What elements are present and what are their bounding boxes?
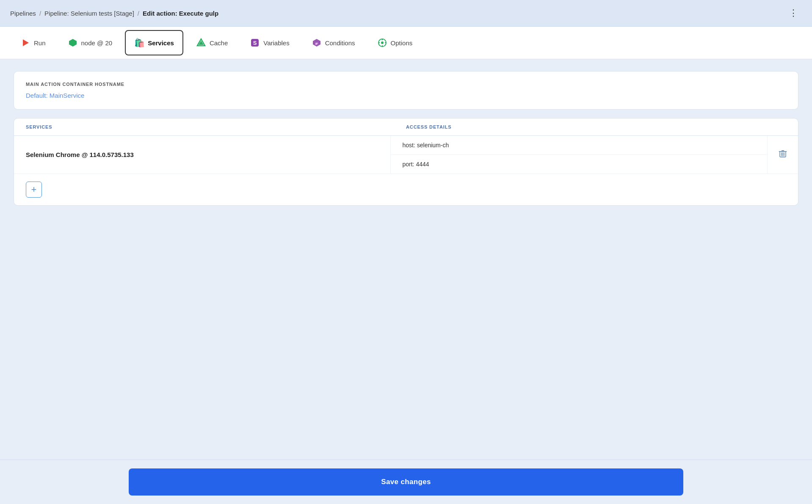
save-changes-button[interactable]: Save changes [129, 468, 683, 496]
tab-cache-label: Cache [210, 39, 228, 47]
tab-services-label: Services [148, 39, 174, 47]
tab-options[interactable]: Options [368, 30, 422, 55]
tab-options-label: Options [391, 39, 413, 47]
service-host: host: selenium-ch [391, 136, 768, 155]
svg-point-9 [381, 41, 384, 44]
tab-run[interactable]: Run [11, 30, 55, 55]
tab-run-label: Run [34, 39, 46, 47]
services-table-header: SERVICES ACCESS DETAILS [14, 118, 798, 136]
main-content: MAIN ACTION CONTAINER HOSTNAME Default: … [0, 59, 812, 460]
breadcrumb: Pipelines / Pipeline: Selenium tests [St… [10, 10, 218, 17]
tab-variables[interactable]: S Variables [240, 30, 298, 55]
options-icon [377, 38, 387, 48]
service-name: Selenium Chrome @ 114.0.5735.133 [14, 136, 391, 174]
variables-icon: S [250, 38, 260, 48]
col-access-label: ACCESS DETAILS [406, 124, 786, 129]
breadcrumb-current: Edit action: Execute gulp [143, 10, 218, 17]
col-services-label: SERVICES [26, 124, 406, 129]
cache-icon [196, 38, 206, 48]
conditions-icon: IF [312, 38, 322, 48]
run-icon [20, 38, 30, 48]
services-footer: + [14, 174, 798, 205]
add-service-button[interactable]: + [26, 182, 42, 198]
breadcrumb-sep1: / [39, 10, 41, 17]
tab-node[interactable]: node @ 20 [58, 30, 122, 55]
breadcrumb-sep2: / [138, 10, 139, 17]
hostname-card: MAIN ACTION CONTAINER HOSTNAME Default: … [14, 71, 798, 110]
save-bar: Save changes [0, 460, 812, 504]
svg-text:S: S [253, 40, 257, 46]
breadcrumb-pipelines[interactable]: Pipelines [10, 10, 36, 17]
tab-services[interactable]: 🛍️ Services [125, 30, 183, 55]
tab-variables-label: Variables [263, 39, 289, 47]
tab-node-label: node @ 20 [81, 39, 113, 47]
hostname-label: MAIN ACTION CONTAINER HOSTNAME [26, 82, 786, 87]
tabs-bar: Run node @ 20 🛍️ Services Cache S [0, 27, 812, 59]
node-icon [68, 38, 78, 48]
service-delete-cell [767, 136, 798, 174]
service-access-details: host: selenium-ch port: 4444 [391, 136, 768, 174]
tab-conditions-label: Conditions [325, 39, 355, 47]
more-options-button[interactable]: ⋮ [785, 6, 802, 20]
header: Pipelines / Pipeline: Selenium tests [St… [0, 0, 812, 27]
services-icon: 🛍️ [134, 38, 144, 48]
svg-text:IF: IF [315, 42, 318, 46]
tab-conditions[interactable]: IF Conditions [302, 30, 365, 55]
breadcrumb-pipeline[interactable]: Pipeline: Selenium tests [Stage] [44, 10, 134, 17]
delete-service-button[interactable] [776, 147, 790, 162]
svg-marker-1 [69, 39, 77, 47]
tab-cache[interactable]: Cache [187, 30, 237, 55]
svg-marker-0 [23, 39, 29, 46]
services-card: SERVICES ACCESS DETAILS Selenium Chrome … [14, 118, 798, 206]
table-row: Selenium Chrome @ 114.0.5735.133 host: s… [14, 136, 798, 174]
service-port: port: 4444 [391, 155, 768, 174]
hostname-value: Default: MainService [26, 92, 786, 99]
